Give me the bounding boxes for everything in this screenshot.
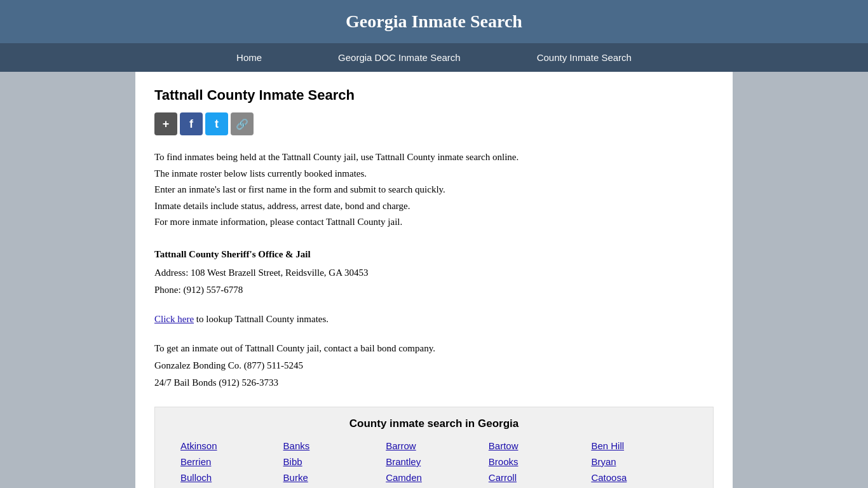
- site-title: Georgia Inmate Search: [0, 11, 868, 32]
- nav-home[interactable]: Home: [198, 43, 300, 72]
- twitter-share-button[interactable]: t: [205, 112, 228, 135]
- county-link[interactable]: Burke: [283, 472, 380, 483]
- bail-company2: 24/7 Bail Bonds (912) 526-3733: [154, 374, 714, 391]
- office-address: Address: 108 West Brazell Street, Reidsv…: [154, 264, 714, 281]
- desc-line4: Inmate details include status, address, …: [154, 198, 714, 215]
- desc-line3: Enter an inmate's last or first name in …: [154, 182, 714, 198]
- main-nav: Home Georgia DOC Inmate Search County In…: [0, 43, 868, 72]
- county-link[interactable]: Bulloch: [180, 472, 277, 483]
- county-link[interactable]: Barrow: [386, 440, 482, 451]
- bail-section: To get an inmate out of Tattnall County …: [154, 340, 714, 391]
- office-name: Tattnall County Sheriff's Office & Jail: [154, 246, 714, 263]
- office-section: Tattnall County Sheriff's Office & Jail …: [154, 246, 714, 299]
- click-here-link[interactable]: Click here: [154, 314, 194, 324]
- lookup-section: Click here to lookup Tattnall County inm…: [154, 311, 714, 328]
- main-content: Tattnall County Inmate Search + f t 🔗 To…: [135, 72, 733, 488]
- county-link[interactable]: Catoosa: [591, 472, 688, 483]
- nav-doc-search[interactable]: Georgia DOC Inmate Search: [300, 43, 499, 72]
- bail-intro: To get an inmate out of Tattnall County …: [154, 340, 714, 357]
- nav-county-search[interactable]: County Inmate Search: [499, 43, 670, 72]
- page-title: Tattnall County Inmate Search: [154, 87, 714, 104]
- county-link[interactable]: Bibb: [283, 456, 380, 467]
- county-link[interactable]: Bryan: [591, 456, 688, 467]
- facebook-share-button[interactable]: f: [180, 112, 203, 135]
- county-grid-title: County inmate search in Georgia: [168, 417, 700, 430]
- county-link[interactable]: Ben Hill: [591, 440, 688, 451]
- county-link[interactable]: Banks: [283, 440, 380, 451]
- share-button[interactable]: +: [154, 112, 177, 135]
- description-section: To find inmates being held at the Tattna…: [154, 149, 714, 231]
- county-link[interactable]: Atkinson: [180, 440, 277, 451]
- bail-company1: Gonzalez Bonding Co. (877) 511-5245: [154, 357, 714, 374]
- county-link[interactable]: Brooks: [489, 456, 585, 467]
- desc-line2: The inmate roster below lists currently …: [154, 166, 714, 182]
- desc-line5: For more inmate information, please cont…: [154, 214, 714, 231]
- county-link[interactable]: Carroll: [489, 472, 585, 483]
- copy-link-button[interactable]: 🔗: [231, 112, 254, 135]
- site-header: Georgia Inmate Search: [0, 0, 868, 43]
- county-link[interactable]: Bartow: [489, 440, 585, 451]
- office-phone: Phone: (912) 557-6778: [154, 281, 714, 299]
- county-grid-wrapper: County inmate search in Georgia Atkinson…: [154, 407, 714, 488]
- share-buttons-group: + f t 🔗: [154, 112, 714, 135]
- lookup-suffix: to lookup Tattnall County inmates.: [194, 314, 329, 324]
- county-link[interactable]: Brantley: [386, 456, 482, 467]
- county-link[interactable]: Camden: [386, 472, 482, 483]
- desc-line1: To find inmates being held at the Tattna…: [154, 149, 714, 166]
- county-link[interactable]: Berrien: [180, 456, 277, 467]
- county-grid: AtkinsonBanksBarrowBartowBen HillBerrien…: [168, 440, 700, 488]
